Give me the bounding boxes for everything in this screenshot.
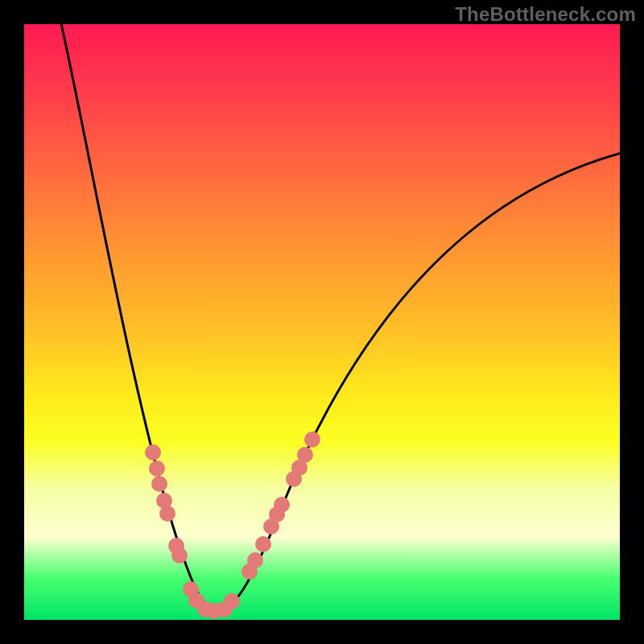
curve-marker bbox=[274, 497, 290, 513]
plot-area bbox=[24, 24, 620, 620]
curve-marker bbox=[224, 593, 240, 609]
curve-marker bbox=[255, 536, 271, 552]
curve-layer bbox=[24, 24, 620, 620]
curve-marker bbox=[247, 552, 263, 568]
curve-marker bbox=[151, 476, 167, 492]
bottleneck-curve bbox=[60, 24, 620, 610]
curve-marker bbox=[145, 444, 161, 460]
curve-marker bbox=[171, 547, 188, 564]
curve-marker bbox=[159, 506, 175, 522]
curve-marker bbox=[304, 431, 320, 448]
curve-svg bbox=[24, 24, 620, 620]
curve-marker bbox=[297, 447, 313, 463]
curve-marker bbox=[149, 460, 165, 477]
watermark-text: TheBottleneck.com bbox=[455, 3, 636, 26]
